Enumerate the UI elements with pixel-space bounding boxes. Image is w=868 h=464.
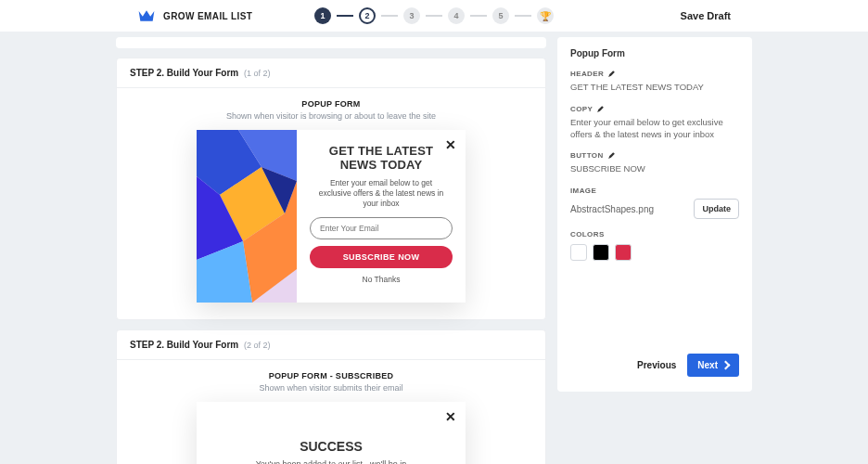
- popup-image: [197, 130, 297, 303]
- close-icon[interactable]: ✕: [445, 137, 456, 152]
- color-swatches: [570, 244, 739, 261]
- editor-panel: Popup Form HEADER GET THE LATEST NEWS TO…: [557, 37, 752, 392]
- color-swatch-red[interactable]: [615, 244, 632, 261]
- label-text: BUTTON: [570, 151, 604, 160]
- copy-field-label[interactable]: COPY: [570, 105, 739, 113]
- card-body: POPUP FORM - SUBSCRIBED Shown when visit…: [117, 360, 545, 464]
- header-value: GET THE LATEST NEWS TODAY: [570, 82, 739, 94]
- pencil-icon: [607, 151, 616, 160]
- email-input[interactable]: [310, 217, 453, 239]
- success-preview: ✕ SUCCESS You've been added to our list …: [197, 402, 466, 464]
- step-count: (2 of 2): [244, 341, 271, 350]
- abstract-shapes-icon: [197, 130, 297, 303]
- crown-icon: [137, 8, 156, 23]
- form-card-2: STEP 2. Build Your Form (2 of 2) POPUP F…: [116, 329, 546, 464]
- form-card-1: STEP 2. Build Your Form (1 of 2) POPUP F…: [116, 58, 546, 320]
- form-title: POPUP FORM - SUBSCRIBED: [134, 371, 529, 380]
- form-desc: Shown when visitor is browsing or about …: [134, 111, 529, 121]
- update-image-button[interactable]: Update: [694, 199, 739, 219]
- form-desc: Shown when visitor submits their email: [134, 383, 529, 393]
- step-heading: STEP 2. Build Your Form: [130, 68, 238, 78]
- form-title: POPUP FORM: [134, 99, 529, 109]
- step-5[interactable]: 5: [492, 7, 509, 24]
- wizard-nav: Previous Next: [570, 354, 739, 380]
- step-heading: STEP 2. Build Your Form: [130, 340, 238, 350]
- step-2[interactable]: 2: [359, 7, 376, 24]
- previous-button[interactable]: Previous: [637, 360, 676, 370]
- close-icon[interactable]: ✕: [445, 409, 456, 424]
- step-count: (1 of 2): [244, 69, 271, 78]
- brand-title: GROW EMAIL LIST: [163, 11, 252, 21]
- colors-field-label: COLORS: [570, 230, 739, 238]
- popup-content: ✕ GET THE LATEST NEWS TODAY Enter your e…: [297, 130, 466, 303]
- image-row: AbstractShapes.png Update: [570, 199, 739, 219]
- pencil-icon: [607, 70, 616, 78]
- image-field-label: IMAGE: [570, 187, 739, 195]
- next-button[interactable]: Next: [687, 354, 739, 377]
- step-connector: [470, 15, 487, 17]
- image-filename: AbstractShapes.png: [570, 204, 654, 214]
- button-field-label[interactable]: BUTTON: [570, 151, 739, 160]
- success-body: You've been added to our list - we'll be…: [234, 459, 428, 464]
- button-value: SUBSCRIBE NOW: [570, 163, 739, 175]
- trophy-icon: 🏆: [537, 7, 554, 24]
- brand: GROW EMAIL LIST: [137, 8, 252, 23]
- step-4[interactable]: 4: [448, 7, 465, 24]
- topbar: GROW EMAIL LIST 1 2 3 4 5 🏆 Save Draft: [0, 0, 868, 32]
- color-swatch-white[interactable]: [570, 244, 587, 261]
- panel-title: Popup Form: [570, 48, 739, 58]
- pencil-icon: [596, 105, 605, 113]
- card-header: STEP 2. Build Your Form (2 of 2): [117, 330, 545, 360]
- content-area: STEP 2. Build Your Form (1 of 2) POPUP F…: [0, 32, 868, 464]
- label-text: IMAGE: [570, 187, 596, 195]
- step-3[interactable]: 3: [403, 7, 420, 24]
- label-text: COLORS: [570, 230, 605, 238]
- subscribe-button[interactable]: SUBSCRIBE NOW: [310, 246, 453, 268]
- header-field-label[interactable]: HEADER: [570, 70, 739, 78]
- copy-value: Enter your email below to get exclusive …: [570, 117, 739, 141]
- card-header: STEP 2. Build Your Form (1 of 2): [117, 58, 545, 88]
- step-connector: [515, 15, 531, 17]
- next-label: Next: [697, 360, 718, 370]
- success-title: SUCCESS: [234, 439, 428, 454]
- left-column: STEP 2. Build Your Form (1 of 2) POPUP F…: [116, 37, 546, 464]
- save-draft-button[interactable]: Save Draft: [681, 10, 731, 21]
- step-connector: [381, 15, 398, 17]
- label-text: COPY: [570, 105, 593, 113]
- chevron-right-icon: [721, 361, 731, 370]
- popup-title: GET THE LATEST NEWS TODAY: [310, 145, 453, 173]
- wizard-stepper: 1 2 3 4 5 🏆: [314, 7, 554, 24]
- label-text: HEADER: [570, 70, 604, 78]
- color-swatch-black[interactable]: [593, 244, 609, 261]
- no-thanks-link[interactable]: No Thanks: [310, 275, 453, 284]
- step-connector: [337, 15, 353, 17]
- step-connector: [426, 15, 442, 17]
- popup-preview: ✕ GET THE LATEST NEWS TODAY Enter your e…: [197, 130, 466, 303]
- card-body: POPUP FORM Shown when visitor is browsin…: [117, 88, 545, 319]
- step-1[interactable]: 1: [314, 7, 331, 24]
- right-column: Popup Form HEADER GET THE LATEST NEWS TO…: [557, 37, 752, 464]
- popup-copy: Enter your email below to get exclusive …: [310, 178, 453, 209]
- stub-card: [116, 37, 546, 48]
